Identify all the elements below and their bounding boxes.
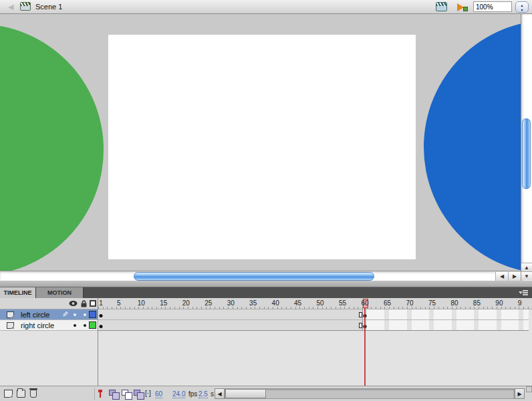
frame-rate-display[interactable]: 24.0 xyxy=(172,390,185,398)
layer-visibility-dot[interactable] xyxy=(74,324,76,327)
elapsed-time-display[interactable]: 2.5 xyxy=(198,390,208,398)
layer-name-cell[interactable]: left circle ✎ xyxy=(0,309,98,320)
frame-span[interactable] xyxy=(99,309,363,319)
symbols-icon-square xyxy=(463,7,468,11)
ruler-number: 50 xyxy=(317,299,324,307)
pencil-editing-icon: ✎ xyxy=(62,310,68,319)
ruler-number: 15 xyxy=(160,299,167,307)
frame-span[interactable] xyxy=(99,320,363,330)
layer-lock-dot[interactable] xyxy=(84,324,86,327)
scene-clapperboard-icon xyxy=(20,2,31,11)
ruler-ticks xyxy=(98,307,529,309)
ruler-number: 60 xyxy=(361,299,368,307)
ruler-number: 30 xyxy=(227,299,235,307)
scene-name-label: Scene 1 xyxy=(35,3,62,11)
timeline-tab-bar: TIMELINE MOTION EDITOR xyxy=(0,287,532,298)
edit-symbols-button[interactable] xyxy=(457,2,468,11)
ruler-number: 20 xyxy=(182,299,190,307)
panel-menu-icon[interactable] xyxy=(519,289,529,296)
ruler-number: 75 xyxy=(428,299,436,307)
modify-markers-button[interactable]: [·] xyxy=(145,390,151,397)
stage-horizontal-scrollbar[interactable]: ◀ ▶ xyxy=(0,271,521,281)
keyframe-dot-frame1[interactable] xyxy=(100,325,103,328)
vscroll-down-arrow[interactable]: ▼ xyxy=(521,271,532,280)
edit-bar: ◀ Scene 1 ▲▼ xyxy=(0,0,532,14)
onion-skin-button[interactable] xyxy=(109,390,116,396)
ruler-number: 1 xyxy=(99,299,103,307)
hscroll-right-arrow[interactable]: ▶ xyxy=(508,272,521,281)
footer-separator xyxy=(94,388,95,400)
ruler-number: 65 xyxy=(384,299,391,307)
delete-layer-button[interactable] xyxy=(30,390,37,398)
stage-vertical-scrollbar[interactable]: ▲ ▼ xyxy=(521,14,532,281)
new-folder-button[interactable] xyxy=(17,390,25,398)
onion-skin-outlines-button[interactable] xyxy=(122,390,128,396)
ruler-number: 70 xyxy=(406,299,413,307)
layer-name-label: left circle xyxy=(21,311,49,319)
ruler-number: 5 xyxy=(117,299,121,307)
ruler-number: 90 xyxy=(495,299,503,307)
keyframe-dot-frame1[interactable] xyxy=(100,314,103,317)
show-outlines-icon[interactable] xyxy=(90,300,96,307)
layer-outline-color-swatch[interactable] xyxy=(89,321,96,329)
frame-strip[interactable] xyxy=(98,320,529,331)
layer-row-left-circle[interactable]: left circle ✎ xyxy=(0,309,532,320)
timeline-hscroll-track[interactable] xyxy=(225,388,515,399)
tab-motion-editor[interactable]: MOTION EDITOR xyxy=(36,287,84,298)
layer-icon xyxy=(7,311,14,318)
span-end-marker[interactable] xyxy=(359,312,362,317)
vscroll-up-arrow[interactable]: ▲ xyxy=(521,263,532,271)
timeline-hscroll-thumb[interactable] xyxy=(225,389,266,398)
edit-scene-button[interactable] xyxy=(436,2,447,11)
layer-name-label: right circle xyxy=(21,321,54,329)
layer-visibility-dot[interactable] xyxy=(74,313,76,316)
seconds-unit-label: s xyxy=(211,390,214,398)
layer-outline-color-swatch[interactable] xyxy=(89,311,96,318)
layer-frame-divider xyxy=(98,298,98,386)
left-circle-shape[interactable] xyxy=(0,24,104,271)
span-end-marker[interactable] xyxy=(359,323,362,328)
back-icon[interactable]: ◀ xyxy=(8,3,17,11)
playhead-line[interactable] xyxy=(364,307,366,386)
ruler-number: 40 xyxy=(272,299,279,307)
ruler-number: 45 xyxy=(294,299,301,307)
layer-lock-dot[interactable] xyxy=(84,313,86,316)
ruler-number: 85 xyxy=(473,299,481,307)
footer-corner-box xyxy=(526,386,532,392)
timeline-panel: 15101520253035404550556065707580859095 l… xyxy=(0,298,532,386)
zoom-level-input[interactable] xyxy=(473,1,512,12)
fps-unit-label: fps xyxy=(188,390,197,398)
ruler-number: 10 xyxy=(138,299,145,307)
center-frame-button[interactable] xyxy=(98,390,103,398)
right-circle-shape[interactable] xyxy=(424,20,521,271)
pasteboard[interactable] xyxy=(0,14,521,271)
zoom-stepper[interactable]: ▲▼ xyxy=(515,1,529,13)
current-frame-display[interactable]: 60 xyxy=(155,390,162,398)
frame-strip[interactable] xyxy=(98,309,529,320)
ruler-number: 35 xyxy=(249,299,257,307)
ruler-number: 55 xyxy=(339,299,346,307)
ruler-number: 80 xyxy=(450,299,458,307)
ruler-number: 95 xyxy=(518,299,522,307)
stage-canvas[interactable] xyxy=(108,35,416,259)
panel-divider[interactable] xyxy=(0,281,532,287)
hscroll-left-arrow[interactable]: ◀ xyxy=(495,272,508,281)
hscroll-thumb[interactable] xyxy=(134,272,374,281)
ruler-number: 25 xyxy=(205,299,212,307)
layer-row-right-circle[interactable]: right circle xyxy=(0,320,532,331)
new-layer-button[interactable] xyxy=(4,390,13,398)
edit-multiple-frames-button[interactable] xyxy=(134,390,140,396)
timeline-hscroll-right-arrow[interactable]: ▶ xyxy=(515,388,525,399)
layer-icon xyxy=(7,322,14,329)
layer-name-cell[interactable]: right circle xyxy=(0,320,98,331)
show-hide-all-icon[interactable] xyxy=(69,300,78,307)
timeline-footer: [·] 60 24.0 fps 2.5 s ◀ ▶ xyxy=(0,386,532,401)
lock-all-icon[interactable] xyxy=(80,300,88,307)
vscroll-thumb[interactable] xyxy=(522,118,531,189)
clapperboard-icon xyxy=(436,2,447,11)
timeline-hscroll-left-arrow[interactable]: ◀ xyxy=(215,388,225,399)
timeline-header: 15101520253035404550556065707580859095 xyxy=(0,298,532,309)
tab-timeline[interactable]: TIMELINE xyxy=(0,287,36,298)
